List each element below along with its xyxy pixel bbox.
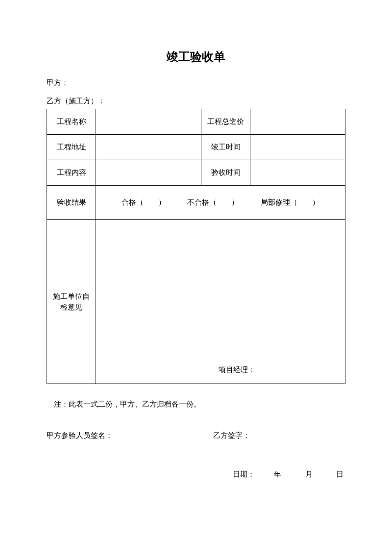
date-label: 日期： — [233, 470, 255, 479]
value-total-cost — [250, 109, 345, 135]
option-pass: 合格（ ） — [122, 198, 166, 207]
label-acceptance-time: 验收时间 — [201, 160, 250, 186]
note-text: 注：此表一式二份，甲方、乙方归档各一份。 — [47, 400, 345, 409]
party-b-signature: 乙方签字： — [213, 431, 345, 440]
table-row: 工程名称 工程总造价 — [47, 109, 345, 135]
opinion-label-line2: 检意见 — [47, 302, 96, 313]
table-row: 工程内容 验收时间 — [47, 160, 345, 186]
value-self-inspection: 项目经理： — [96, 220, 345, 384]
table-row-opinion: 施工单位自 检意见 项目经理： — [47, 220, 345, 384]
date-day: 日 — [336, 470, 343, 479]
label-total-cost: 工程总造价 — [201, 109, 250, 135]
date-line: 日期： 年 月 日 — [47, 470, 345, 479]
signature-row: 甲方参验人员签名： 乙方签字： — [47, 431, 345, 440]
document-title: 竣工验收单 — [47, 49, 345, 65]
date-month: 月 — [305, 470, 313, 479]
party-a-signature: 甲方参验人员签名： — [47, 431, 213, 440]
label-project-content: 工程内容 — [47, 160, 96, 186]
value-completion-time — [250, 135, 345, 160]
label-project-address: 工程地址 — [47, 135, 96, 160]
table-row-result: 验收结果 合格（ ） 不合格（ ） 局部修理（ ） — [47, 186, 345, 220]
label-project-name: 工程名称 — [47, 109, 96, 135]
project-manager-label: 项目经理： — [219, 366, 255, 374]
value-project-content — [96, 160, 201, 186]
value-acceptance-result: 合格（ ） 不合格（ ） 局部修理（ ） — [96, 186, 345, 220]
label-acceptance-result: 验收结果 — [47, 186, 96, 220]
label-completion-time: 竣工时间 — [201, 135, 250, 160]
acceptance-table: 工程名称 工程总造价 工程地址 竣工时间 工程内容 验收时间 验收结果 合格（ … — [47, 109, 345, 384]
party-a-line: 甲方： — [47, 78, 345, 88]
party-b-line: 乙方（施工方）： — [47, 96, 345, 106]
date-year: 年 — [274, 470, 281, 479]
opinion-label-line1: 施工单位自 — [47, 291, 96, 302]
value-acceptance-time — [250, 160, 345, 186]
table-row: 工程地址 竣工时间 — [47, 135, 345, 160]
option-fail: 不合格（ ） — [187, 198, 239, 207]
value-project-name — [96, 109, 201, 135]
option-partial: 局部修理（ ） — [261, 198, 319, 207]
value-project-address — [96, 135, 201, 160]
label-self-inspection: 施工单位自 检意见 — [47, 220, 96, 384]
